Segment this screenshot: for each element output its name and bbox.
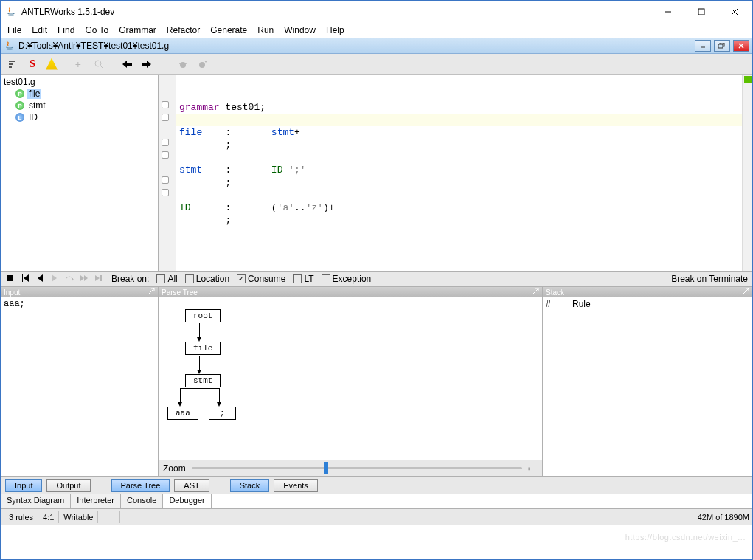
fast-forward-button[interactable] <box>79 273 89 286</box>
status-pos: 4:1 <box>38 511 59 523</box>
status-ok-icon <box>744 76 752 83</box>
tree-node[interactable]: file <box>185 342 221 355</box>
svg-rect-9 <box>9 61 15 62</box>
svg-rect-11 <box>9 66 12 68</box>
break-location-checkbox[interactable]: Location <box>185 274 229 284</box>
stack-button[interactable]: Stack <box>230 479 270 492</box>
rules-tree[interactable]: test01.g Pfile Pstmt LID <box>1 75 159 271</box>
goto-end-button[interactable] <box>94 273 104 286</box>
back-button[interactable] <box>119 56 135 72</box>
svg-point-17 <box>180 62 186 68</box>
doc-minimize-button[interactable] <box>695 40 711 52</box>
tab-debugger[interactable]: Debugger <box>163 494 211 508</box>
stack-col-num[interactable]: # <box>546 299 572 309</box>
menu-window[interactable]: Window <box>280 24 319 36</box>
forward-button[interactable] <box>138 56 154 72</box>
editor-gutter <box>159 75 176 271</box>
close-button[interactable] <box>718 1 751 23</box>
restart-button[interactable] <box>20 273 30 286</box>
expand-icon[interactable] <box>532 288 539 297</box>
stack-panel: Stack # Rule <box>543 287 752 476</box>
menu-edit[interactable]: Edit <box>28 24 51 36</box>
tree-item-stmt[interactable]: Pstmt <box>2 100 156 111</box>
menu-grammar[interactable]: Grammar <box>115 24 160 36</box>
svg-line-34 <box>743 288 749 294</box>
warning-icon[interactable] <box>44 56 60 72</box>
panel-buttons: Input Output Parse Tree AST Stack Events <box>1 476 752 494</box>
debug2-icon[interactable] <box>194 56 210 72</box>
break-terminate-label[interactable]: Break on Terminate <box>671 274 748 284</box>
tree-item-file[interactable]: Pfile <box>2 88 156 100</box>
find-button[interactable]: ⵜ <box>72 56 88 72</box>
zoom-slider[interactable] <box>192 467 522 469</box>
doc-close-button[interactable] <box>733 40 749 52</box>
menu-file[interactable]: File <box>4 24 25 36</box>
input-button[interactable]: Input <box>5 479 42 492</box>
break-lt-checkbox[interactable]: LT <box>293 274 313 284</box>
svg-line-14 <box>100 66 103 69</box>
expand-tree-icon[interactable]: ⟝ <box>528 462 538 474</box>
svg-marker-29 <box>84 275 88 281</box>
minimize-button[interactable] <box>651 1 684 23</box>
svg-marker-26 <box>52 274 57 282</box>
output-button[interactable]: Output <box>46 479 90 492</box>
play-button[interactable] <box>49 273 60 286</box>
svg-line-33 <box>532 288 538 294</box>
svg-text:ⵜ: ⵜ <box>75 61 81 69</box>
parse-tree-view[interactable]: root file stmt aaa ; <box>159 297 542 460</box>
menubar: File Edit Find Go To Grammar Refactor Ge… <box>1 23 752 38</box>
menu-find[interactable]: Find <box>54 24 78 36</box>
tree-node[interactable]: aaa <box>167 407 198 420</box>
tree-node[interactable]: stmt <box>185 374 221 387</box>
events-button[interactable]: Events <box>274 479 318 492</box>
stack-col-rule[interactable]: Rule <box>572 299 749 309</box>
tab-console[interactable]: Console <box>121 494 163 508</box>
break-all-checkbox[interactable]: All <box>156 274 177 284</box>
maximize-button[interactable] <box>684 1 718 23</box>
doc-restore-button[interactable] <box>714 40 730 52</box>
tab-interpreter[interactable]: Interpreter <box>71 494 121 508</box>
editor[interactable]: grammar test01; file : stmt+ ; stmt : ID… <box>159 75 752 271</box>
ast-button[interactable]: AST <box>174 479 209 492</box>
input-text[interactable]: aaa; <box>1 297 158 476</box>
expand-icon[interactable] <box>148 288 155 297</box>
document-bar: D:¥Tools¥Antlr¥TEST¥test01¥test01.g <box>1 38 752 54</box>
tree-item-id[interactable]: LID <box>2 111 156 123</box>
debugger-panels: Input aaa; Parse Tree root file stmt aaa… <box>1 287 752 476</box>
expand-icon[interactable] <box>742 288 749 297</box>
svg-marker-21 <box>204 61 207 63</box>
menu-help[interactable]: Help <box>322 24 348 36</box>
debug-icon[interactable] <box>175 56 191 72</box>
parse-tree-button[interactable]: Parse Tree <box>111 479 170 492</box>
debugger-toolbar: Break on: All Location Consume LT Except… <box>1 271 752 287</box>
step-over-button[interactable] <box>64 273 74 286</box>
window-titlebar: ANTLRWorks 1.5.1-dev <box>1 1 752 23</box>
menu-goto[interactable]: Go To <box>81 24 112 36</box>
step-back-button[interactable] <box>35 273 45 286</box>
svg-marker-24 <box>24 274 29 282</box>
search-icon[interactable] <box>91 56 107 72</box>
input-panel-title: Input <box>4 288 20 297</box>
status-rules: 3 rules <box>4 511 38 523</box>
sort-button[interactable] <box>5 56 21 72</box>
tree-node[interactable]: ; <box>209 407 236 420</box>
menu-run[interactable]: Run <box>254 24 277 36</box>
bottom-tabs: Syntax Diagram Interpreter Console Debug… <box>1 494 752 508</box>
svg-rect-22 <box>7 275 13 281</box>
break-exception-checkbox[interactable]: Exception <box>322 274 372 284</box>
stop-button[interactable] <box>5 273 15 286</box>
stack-table-header: # Rule <box>543 297 752 311</box>
tree-node[interactable]: root <box>185 309 221 322</box>
syntax-check-button[interactable]: S <box>24 56 41 72</box>
parse-panel-title: Parse Tree <box>162 288 198 297</box>
tree-root[interactable]: test01.g <box>2 76 156 88</box>
svg-point-20 <box>199 62 205 68</box>
stack-panel-title: Stack <box>546 288 564 297</box>
menu-refactor[interactable]: Refactor <box>163 24 204 36</box>
break-consume-checkbox[interactable]: Consume <box>237 274 285 284</box>
editor-text[interactable]: grammar test01; file : stmt+ ; stmt : ID… <box>176 75 742 271</box>
menu-generate[interactable]: Generate <box>207 24 251 36</box>
svg-marker-15 <box>122 61 132 68</box>
break-on-label: Break on: <box>111 274 149 284</box>
tab-syntax-diagram[interactable]: Syntax Diagram <box>1 494 71 508</box>
